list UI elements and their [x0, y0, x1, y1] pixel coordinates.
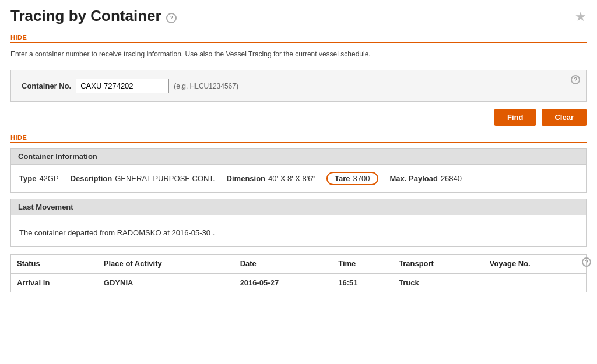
col-place: Place of Activity [98, 255, 234, 273]
dimension-value: 40' X 8' X 8'6" [268, 174, 315, 183]
movement-text: The container departed from RADOMSKO at … [19, 222, 578, 239]
col-voyage: Voyage No. [484, 255, 586, 273]
table-wrapper: ? Status Place of Activity Date Time Tra… [0, 254, 597, 292]
container-no-label: Container No. [22, 82, 71, 90]
col-transport: Transport [393, 255, 484, 273]
table-body: Arrival inGDYNIA2016-05-2716:51Truck [11, 273, 586, 292]
table-cell: Arrival in [11, 273, 98, 292]
form-help-icon[interactable]: ? [571, 75, 580, 84]
container-info-section: Container Information Type 42GP Descript… [10, 148, 587, 193]
tare-field: Tare 3700 [326, 172, 378, 185]
table-header-row: Status Place of Activity Date Time Trans… [11, 255, 586, 273]
page-header: Tracing by Container ? ★ [0, 0, 597, 30]
dimension-label: Dimension [227, 174, 265, 183]
type-field: Type 42GP [19, 174, 59, 183]
table-help-icon[interactable]: ? [582, 257, 591, 267]
container-info-header: Container Information [11, 149, 586, 165]
find-button[interactable]: Find [494, 109, 536, 126]
type-label: Type [19, 174, 36, 183]
description-text: Enter a container number to receive trac… [10, 48, 587, 64]
page-title-row: Tracing by Container ? [10, 7, 177, 25]
type-value: 42GP [39, 174, 58, 183]
table-cell: GDYNIA [98, 273, 234, 292]
favorite-star-icon[interactable]: ★ [575, 9, 587, 24]
hide-section-top: HIDE Enter a container number to receive… [0, 30, 597, 64]
last-movement-body: The container departed from RADOMSKO at … [11, 215, 586, 246]
title-help-icon[interactable]: ? [166, 13, 177, 23]
table-row: Arrival inGDYNIA2016-05-2716:51Truck [11, 273, 586, 292]
page-title: Tracing by Container [10, 7, 161, 25]
table-cell: Truck [393, 273, 484, 292]
max-payload-label: Max. Payload [390, 174, 438, 183]
col-date: Date [234, 255, 333, 273]
table-cell [484, 273, 586, 292]
container-info-row: Type 42GP Description GENERAL PURPOSE CO… [19, 172, 578, 185]
col-time: Time [332, 255, 393, 273]
clear-button[interactable]: Clear [542, 109, 587, 126]
orange-divider-top [10, 42, 587, 43]
dimension-field: Dimension 40' X 8' X 8'6" [227, 174, 315, 183]
tare-value: 3700 [353, 174, 370, 183]
hide-button-top[interactable]: HIDE [10, 34, 587, 41]
buttons-row: Find Clear [0, 102, 597, 132]
description-value: GENERAL PURPOSE CONT. [115, 174, 215, 183]
description-field: Description GENERAL PURPOSE CONT. [71, 174, 215, 183]
hide-button-results[interactable]: HIDE [10, 134, 587, 141]
page-wrapper: Tracing by Container ? ★ HIDE Enter a co… [0, 0, 597, 292]
table-cell: 2016-05-27 [234, 273, 333, 292]
last-movement-header: Last Movement [11, 199, 586, 215]
hide-section-results: HIDE [0, 132, 597, 143]
max-payload-value: 26840 [441, 174, 462, 183]
orange-divider-results [10, 142, 587, 143]
movements-table-area: Status Place of Activity Date Time Trans… [10, 254, 587, 292]
table-cell: 16:51 [332, 273, 393, 292]
col-status: Status [11, 255, 98, 273]
movements-table: Status Place of Activity Date Time Trans… [11, 255, 586, 292]
form-row: Container No. (e.g. HLCU1234567) [22, 79, 575, 93]
max-payload-field: Max. Payload 26840 [390, 174, 462, 183]
description-label: Description [71, 174, 113, 183]
tare-label: Tare [335, 174, 350, 183]
last-movement-section: Last Movement The container departed fro… [10, 199, 587, 247]
container-info-body: Type 42GP Description GENERAL PURPOSE CO… [11, 165, 586, 192]
container-number-input[interactable] [76, 79, 169, 93]
search-form: ? Container No. (e.g. HLCU1234567) [10, 70, 587, 102]
example-hint: (e.g. HLCU1234567) [174, 82, 238, 90]
